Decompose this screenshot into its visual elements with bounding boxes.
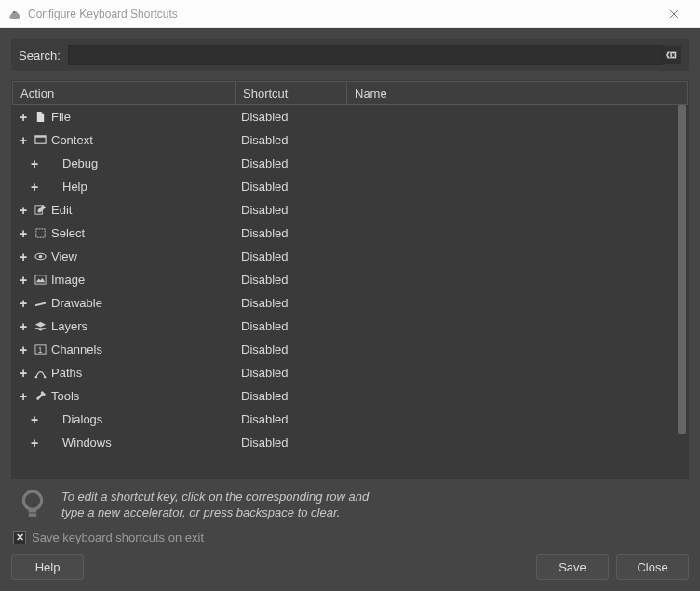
table-row[interactable]: +EditDisabled (12, 198, 675, 222)
expand-icon[interactable]: + (18, 298, 29, 309)
expand-icon[interactable]: + (29, 414, 40, 425)
window-title: Configure Keyboard Shortcuts (28, 7, 178, 20)
table-row[interactable]: +PathsDisabled (12, 361, 675, 384)
search-label: Search: (19, 48, 61, 62)
table-row[interactable]: +1ChannelsDisabled (12, 338, 675, 361)
svg-text:1: 1 (37, 345, 42, 355)
cell-action: +1Channels (12, 343, 236, 357)
expand-icon[interactable]: + (18, 344, 29, 356)
expand-icon[interactable]: + (18, 321, 29, 332)
table-row[interactable]: +ImageDisabled (12, 268, 675, 291)
search-input[interactable] (68, 45, 663, 65)
cell-action: +View (12, 249, 236, 264)
row-label: Edit (51, 203, 72, 217)
search-clear-button[interactable] (663, 46, 681, 64)
expand-icon[interactable]: + (29, 158, 40, 169)
expand-icon[interactable]: + (18, 205, 29, 216)
svg-point-11 (43, 376, 45, 378)
drawable-icon (33, 296, 47, 311)
svg-point-10 (34, 376, 36, 378)
blank-icon (44, 180, 59, 195)
cell-shortcut: Disabled (236, 296, 347, 310)
cell-shortcut: Disabled (236, 226, 347, 240)
cell-action: +Debug (12, 156, 236, 171)
row-label: Layers (51, 319, 88, 333)
table-row[interactable]: +FileDisabled (12, 105, 675, 128)
app-icon (7, 7, 22, 21)
channels-icon: 1 (33, 343, 47, 357)
expand-icon[interactable]: + (29, 437, 40, 449)
titlebar: Configure Keyboard Shortcuts (0, 0, 700, 28)
table-row[interactable]: +LayersDisabled (12, 315, 675, 338)
cell-shortcut: Disabled (236, 389, 347, 403)
tree-scrollbar[interactable] (676, 105, 688, 478)
row-label: Windows (62, 436, 112, 450)
layers-icon (33, 319, 47, 334)
table-row[interactable]: +WindowsDisabled (12, 431, 675, 454)
table-row[interactable]: +ViewDisabled (12, 245, 675, 268)
hint-area: To edit a shortcut key, click on the cor… (11, 479, 689, 529)
expand-icon[interactable]: + (18, 112, 29, 123)
expand-icon[interactable]: + (18, 275, 29, 286)
table-row[interactable]: +HelpDisabled (12, 175, 675, 198)
cell-action: +Tools (12, 389, 236, 404)
cell-action: +Drawable (12, 296, 236, 311)
row-label: Help (62, 180, 88, 194)
cell-shortcut: Disabled (236, 436, 347, 450)
cell-action: +Help (12, 180, 236, 195)
svg-point-0 (13, 11, 15, 13)
cell-action: +Layers (12, 319, 236, 334)
table-row[interactable]: +SelectDisabled (12, 222, 675, 245)
cell-action: +Edit (12, 203, 236, 218)
column-action[interactable]: Action (12, 81, 236, 105)
row-label: Channels (51, 343, 102, 356)
expand-icon[interactable]: + (18, 391, 29, 402)
save-button[interactable]: Save (536, 554, 609, 580)
row-label: Select (51, 226, 85, 240)
table-row[interactable]: +DebugDisabled (12, 152, 675, 175)
expand-icon[interactable]: + (29, 181, 40, 193)
cell-action: +Image (12, 273, 236, 288)
table-row[interactable]: +ContextDisabled (12, 128, 675, 152)
scrollbar-thumb[interactable] (678, 105, 686, 434)
checkbox-check-icon: ✕ (16, 532, 24, 543)
table-row[interactable]: +ToolsDisabled (12, 384, 675, 408)
hint-line: To edit a shortcut key, click on the cor… (61, 489, 369, 505)
save-on-exit-row: ✕ Save keyboard shortcuts on exit (11, 529, 689, 554)
help-button[interactable]: Help (11, 554, 84, 580)
expand-icon[interactable]: + (18, 135, 29, 146)
cell-shortcut: Disabled (236, 343, 347, 356)
row-label: Image (51, 273, 85, 287)
table-row[interactable]: +DialogsDisabled (12, 408, 675, 431)
blank-icon (44, 412, 59, 427)
cell-action: +Paths (12, 366, 236, 381)
row-label: Paths (51, 366, 82, 380)
cell-shortcut: Disabled (236, 273, 347, 287)
cell-action: +Context (12, 133, 236, 148)
cell-action: +File (12, 110, 236, 125)
row-label: Dialogs (62, 412, 102, 426)
window-close-button[interactable] (655, 1, 693, 27)
table-row[interactable]: +DrawableDisabled (12, 291, 675, 315)
cell-shortcut: Disabled (236, 319, 347, 333)
row-label: View (51, 249, 77, 263)
expand-icon[interactable]: + (18, 368, 29, 379)
cell-shortcut: Disabled (236, 110, 347, 124)
row-label: Drawable (51, 296, 102, 310)
expand-icon[interactable]: + (18, 228, 29, 239)
cell-shortcut: Disabled (236, 133, 347, 147)
close-button[interactable]: Close (616, 554, 689, 580)
cell-shortcut: Disabled (236, 156, 347, 170)
svg-point-6 (38, 255, 42, 259)
column-shortcut[interactable]: Shortcut (236, 81, 347, 105)
row-label: Debug (62, 156, 98, 170)
row-label: File (51, 110, 71, 124)
column-name[interactable]: Name (347, 81, 688, 105)
cell-action: +Select (12, 226, 236, 241)
cell-action: +Dialogs (12, 412, 236, 427)
save-on-exit-checkbox[interactable]: ✕ (13, 531, 26, 544)
row-label: Tools (51, 389, 79, 403)
hint-line: type a new accelerator, or press backspa… (61, 504, 369, 521)
search-row: Search: (11, 39, 689, 71)
expand-icon[interactable]: + (18, 251, 29, 262)
